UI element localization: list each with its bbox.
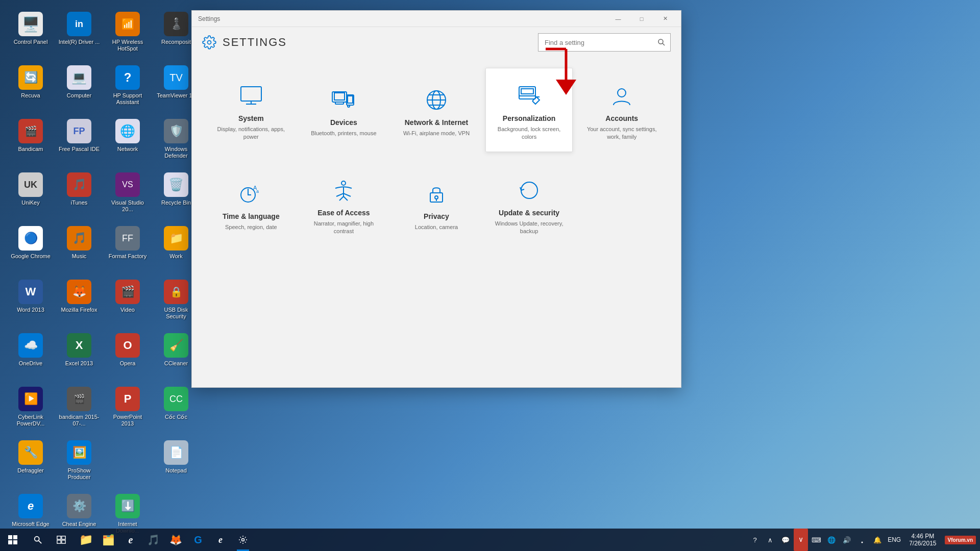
tray-keyboard-icon[interactable]: ⌨ <box>809 529 823 551</box>
time-language-subtitle: Speech, region, date <box>225 223 277 231</box>
personalization-title: Personalization <box>503 114 555 122</box>
devices-title: Devices <box>330 118 357 127</box>
desktop-icon-hp-wireless[interactable]: 📶 HP Wireless HotSpot <box>105 8 151 59</box>
start-button[interactable] <box>0 529 26 551</box>
desktop-icon-onedrive[interactable]: ☁️ OneDrive <box>8 329 54 380</box>
tile-time-language[interactable]: A a Time & language Speech, region, date <box>207 162 295 246</box>
tile-personalization[interactable]: Personalization Background, lock screen,… <box>485 68 573 152</box>
desktop-icon-coc-coc[interactable]: CC Cốc Cốc <box>153 383 199 434</box>
desktop-icon-bandicam[interactable]: 🎬 Bandicam <box>8 115 54 166</box>
tile-devices[interactable]: Devices Bluetooth, printers, mouse <box>300 68 388 152</box>
system-icon <box>239 84 263 108</box>
devices-icon <box>331 88 356 112</box>
desktop-icon-word[interactable]: W Word 2013 <box>8 276 54 327</box>
desktop-icon-recuva[interactable]: 🔄 Recuva <box>8 61 54 112</box>
privacy-title: Privacy <box>424 212 449 220</box>
desktop-icon-google-chrome[interactable]: 🔵 Google Chrome <box>8 222 54 273</box>
taskbar-edge-task[interactable]: e <box>119 529 142 551</box>
find-setting-input[interactable] <box>538 33 671 52</box>
network-title: Network & Internet <box>405 118 468 127</box>
tile-network[interactable]: Network & Internet Wi-Fi, airplane mode,… <box>393 68 480 152</box>
accounts-title: Accounts <box>605 114 638 122</box>
taskbar-chrome-task[interactable]: G <box>187 529 209 551</box>
taskbar-search-button[interactable] <box>26 529 50 551</box>
close-button[interactable]: ✕ <box>653 11 677 27</box>
svg-text:a: a <box>256 189 259 194</box>
tray-network-tray-icon[interactable]: 🌐 <box>824 529 839 551</box>
svg-rect-40 <box>57 540 61 543</box>
taskbar-files2[interactable]: 🗂️ <box>97 529 119 551</box>
desktop-icon-hp-support[interactable]: ? HP Support Assistant <box>105 61 151 112</box>
window-controls: — □ ✕ <box>606 11 677 27</box>
desktop-icon-itunes[interactable]: 🎵 iTunes <box>56 168 102 219</box>
svg-point-0 <box>208 41 211 44</box>
tile-system[interactable]: System Display, notifications, apps, pow… <box>207 68 295 152</box>
desktop-icon-music[interactable]: 🎵 Music <box>56 222 102 273</box>
taskbar-file-explorer[interactable]: 📁 <box>75 529 97 551</box>
settings-main-title: SETTINGS <box>223 36 287 49</box>
desktop-icon-bandicam2[interactable]: 🎬 bandicam 2015-07-... <box>56 383 102 434</box>
svg-point-14 <box>348 105 350 107</box>
tile-update-security[interactable]: Update & security Windows Update, recove… <box>485 162 573 246</box>
tray-help-icon[interactable]: ? <box>748 529 762 551</box>
svg-line-37 <box>39 541 41 543</box>
accounts-subtitle: Your account, sync settings, work, famil… <box>586 126 657 141</box>
search-icon-button[interactable] <box>652 33 671 52</box>
desktop-icon-visual-studio[interactable]: VS Visual Studio 20... <box>105 168 151 219</box>
svg-point-1 <box>658 39 663 44</box>
svg-point-36 <box>35 537 39 541</box>
svg-point-42 <box>242 539 244 541</box>
time-language-title: Time & language <box>223 212 280 220</box>
desktop-icon-cyberlink[interactable]: ▶️ CyberLink PowerDV... <box>8 383 54 434</box>
tray-chat-icon[interactable]: 💬 <box>778 529 793 551</box>
desktop-icon-free-pascal[interactable]: FP Free Pascal IDE <box>56 115 102 166</box>
tile-accounts[interactable]: Accounts Your account, sync settings, wo… <box>578 68 666 152</box>
privacy-icon <box>424 182 449 206</box>
desktop-icon-defraggler[interactable]: 🔧 Defraggler <box>8 436 54 487</box>
desktop-icon-notepad[interactable]: 📄 Notepad <box>153 436 199 487</box>
system-clock[interactable]: 4:46 PM 7/26/2015 <box>905 529 940 551</box>
vforum-badge[interactable]: Vforum.vn <box>945 536 976 544</box>
desktop-icon-network[interactable]: 🌐 Network <box>105 115 151 166</box>
tray-wifi-icon[interactable] <box>855 529 869 551</box>
desktop-icon-excel[interactable]: X Excel 2013 <box>56 329 102 380</box>
svg-rect-10 <box>334 93 345 100</box>
tray-language[interactable]: ENG <box>886 536 903 543</box>
desktop-icon-powerpoint[interactable]: P PowerPoint 2013 <box>105 383 151 434</box>
tray-sound-icon[interactable]: 🔊 <box>840 529 854 551</box>
maximize-button[interactable]: □ <box>630 11 653 27</box>
svg-rect-12 <box>348 96 353 103</box>
window-header: SETTINGS <box>192 27 681 58</box>
tray-notification-icon[interactable]: 🔔 <box>870 529 885 551</box>
desktop-icon-proshow[interactable]: 🖼️ ProShow Producer <box>56 436 102 487</box>
privacy-subtitle: Location, camera <box>415 223 458 231</box>
svg-rect-21 <box>521 89 533 94</box>
desktop-icon-firefox[interactable]: 🦊 Mozilla Firefox <box>56 276 102 327</box>
system-tray: ? ∧ 💬 V ⌨ 🌐 🔊 🔔 ENG <box>748 529 903 551</box>
desktop-icon-format-factory[interactable]: FF Format Factory <box>105 222 151 273</box>
time-language-icon: A a <box>239 182 263 206</box>
desktop-icon-opera[interactable]: O Opera <box>105 329 151 380</box>
personalization-subtitle: Background, lock screen, colors <box>494 126 565 141</box>
taskbar-firefox-task[interactable]: 🦊 <box>164 529 187 551</box>
desktop-icon-control-panel[interactable]: 🖥️ Control Panel <box>8 8 54 59</box>
svg-rect-39 <box>62 536 65 539</box>
tray-expand-icon[interactable]: ∧ <box>763 529 777 551</box>
minimize-button[interactable]: — <box>606 11 630 27</box>
system-title: System <box>238 114 264 122</box>
ease-of-access-icon <box>331 178 356 203</box>
task-view-button[interactable] <box>50 529 72 551</box>
settings-window: Settings — □ ✕ SETTINGS <box>191 10 681 388</box>
taskbar-edge2-task[interactable]: e <box>209 529 232 551</box>
tile-ease-of-access[interactable]: Ease of Access Narrator, magnifier, high… <box>300 162 388 246</box>
desktop-icon-video[interactable]: 🎬 Video <box>105 276 151 327</box>
desktop-icon-unikey[interactable]: UK UniKey <box>8 168 54 219</box>
system-subtitle: Display, notifications, apps, power <box>215 126 287 141</box>
desktop-icon-computer[interactable]: 💻 Computer <box>56 61 102 112</box>
taskbar-settings-task[interactable] <box>232 529 254 551</box>
window-titlebar: Settings — □ ✕ <box>192 11 681 27</box>
tile-privacy[interactable]: Privacy Location, camera <box>393 162 480 246</box>
svg-rect-32 <box>8 535 12 539</box>
desktop-icon-intel-driver[interactable]: in Intel(R) Driver ... <box>56 8 102 59</box>
taskbar-media[interactable]: 🎵 <box>142 529 164 551</box>
